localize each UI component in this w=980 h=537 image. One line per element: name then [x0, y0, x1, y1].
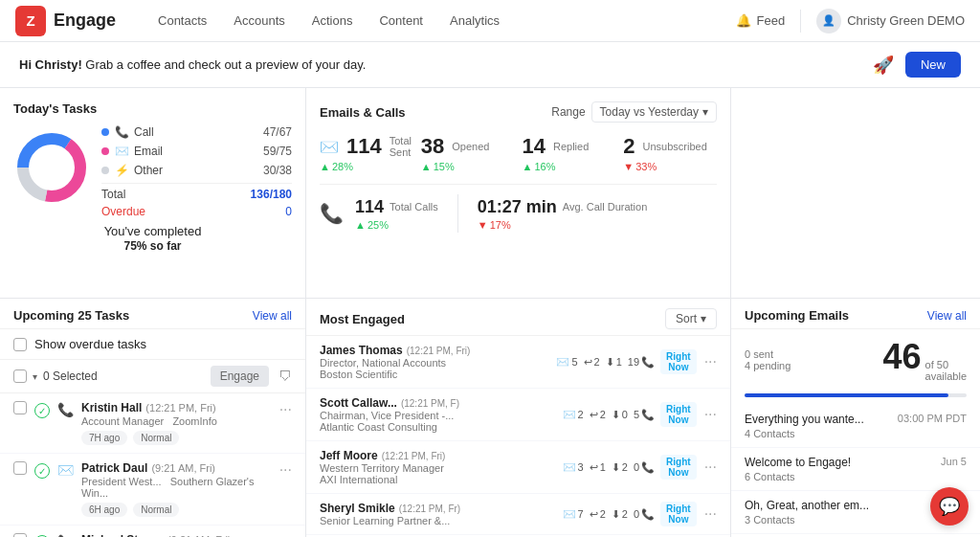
call-count: 47/67 [263, 125, 292, 139]
stat-replied: 14 Replied ▲ 16% [523, 134, 616, 172]
calls-total-num: 114 [355, 197, 384, 217]
total-label: Total [101, 188, 245, 201]
sort-button[interactable]: Sort ▾ [665, 308, 717, 329]
nav-analytics[interactable]: Analytics [438, 8, 511, 34]
email-count: 59/75 [263, 145, 292, 158]
tasks-list: 📞 Call 47/67 ✉️ Email 59/75 ⚡ Other 30/3… [101, 125, 292, 218]
engaged-more-2[interactable]: ··· [704, 406, 717, 423]
logo[interactable]: Z Engage [15, 6, 116, 36]
ue-header: Upcoming Emails View all [731, 299, 980, 329]
task-phone-icon-1: 📞 [57, 402, 74, 417]
nav-contacts[interactable]: Contacts [146, 8, 218, 34]
tasks-content: 📞 Call 47/67 ✉️ Email 59/75 ⚡ Other 30/3… [13, 125, 292, 218]
new-button[interactable]: New [905, 52, 961, 78]
emails-replied-chip-4: ↩ 2 [590, 508, 606, 521]
phone-stat-icon: 📞 [320, 202, 344, 225]
feed-button[interactable]: 🔔 Feed [736, 13, 786, 28]
emails-sent-chip-2: ✉️ 2 [563, 409, 584, 421]
tag-time-1: 7H ago [81, 431, 127, 445]
ue-sent-label: 0 sent [745, 348, 791, 360]
chat-fab-button[interactable]: 💬 [930, 487, 969, 526]
unsub-label: Unsubscribed [643, 141, 707, 152]
engage-button[interactable]: Engage [211, 366, 269, 387]
duration-stat: 01:27 min Avg. Call Duration ▼ 17% [478, 197, 648, 231]
engaged-name-3: Jeff Moore (12:21 PM, Fri) [320, 449, 555, 462]
sent-label: Total Sent [390, 135, 413, 158]
item-checkbox-2[interactable] [13, 461, 27, 475]
task-item-tags-1: 7H ago Normal [81, 431, 272, 445]
email-metric-icon-3: ✉️ [563, 461, 576, 474]
item-check-icon-1: ✓ [34, 403, 50, 418]
engaged-more-1[interactable]: ··· [704, 353, 717, 370]
range-label: Range [551, 105, 585, 119]
opened-label: Opened [452, 141, 489, 152]
engaged-more-3[interactable]: ··· [704, 459, 717, 476]
task-item-more-2[interactable]: ··· [279, 461, 292, 479]
engaged-more-4[interactable]: ··· [704, 505, 717, 523]
item-checkbox-1[interactable] [13, 401, 27, 414]
task-item-body-2: Patrick Daul (9:21 AM, Fri) President We… [81, 461, 272, 517]
welcome-actions: 🚀 New [873, 52, 961, 78]
select-all-checkbox[interactable] [13, 369, 27, 383]
right-now-badge-3: RightNow [660, 455, 697, 480]
engaged-name-2: Scott Callaw... (12:21 PM, F) [320, 396, 555, 410]
task-total-row: Total 136/180 [101, 183, 292, 201]
email-label: Email [134, 145, 257, 158]
nav-actions[interactable]: Actions [301, 8, 365, 34]
ue-viewall[interactable]: View all [927, 309, 967, 323]
engaged-role-4: Senior Learning Partner &... [320, 515, 555, 526]
task-row-other: ⚡ Other 30/38 [101, 164, 292, 177]
item-checkbox-3[interactable] [13, 533, 27, 537]
engaged-metrics-2: ✉️ 2 ↩ 2 ⬇ 0 5 📞 RightNow [563, 402, 697, 427]
user-menu-button[interactable]: 👤 Christy Green DEMO [816, 9, 965, 34]
select-chevron-icon[interactable]: ▾ [33, 371, 37, 382]
range-value: Today vs Yesterday [600, 105, 699, 119]
task-item-more-3[interactable]: ··· [279, 533, 292, 537]
rocket-button[interactable]: 🚀 [873, 55, 894, 76]
emails-sent-chip-1: ✉️ 5 [556, 356, 577, 369]
engaged-company-3: AXI International [320, 474, 555, 485]
right-now-badge-1: RightNow [660, 349, 697, 374]
welcome-message: Hi Christy! Grab a coffee and check out … [19, 57, 366, 72]
header: Z Engage Contacts Accounts Actions Conte… [0, 0, 980, 42]
show-overdue-label: Show overdue tasks [34, 337, 146, 351]
show-overdue-checkbox[interactable] [13, 338, 27, 351]
phone-metric-icon-2: 📞 [641, 409, 655, 421]
nav-accounts[interactable]: Accounts [222, 8, 296, 34]
nav-content[interactable]: Content [368, 8, 434, 34]
task-item-sub-1: Account Manager ZoomInfo [81, 415, 272, 427]
task-item-more-1[interactable]: ··· [279, 401, 292, 418]
download-metric-icon: ⬇ [606, 356, 614, 369]
emails-replied-chip-2: ↩ 2 [590, 409, 606, 421]
unsub-change: ▼ 33% [623, 161, 717, 172]
emails-sent-chip-3: ✉️ 3 [563, 461, 584, 474]
ue-sent-pending: 0 sent 4 pending [745, 348, 791, 371]
engaged-item: James Thomas (12:21 PM, Fri) Director, N… [306, 336, 730, 389]
most-engaged-panel: Most Engaged Sort ▾ James Thomas (12:21 … [306, 299, 731, 537]
ue-item-contacts-3: 3 Contacts [745, 514, 933, 526]
right-now-badge-2: RightNow [660, 402, 697, 427]
calls-chip-1: ⬇ 1 [606, 356, 622, 369]
tasks-title: Today's Tasks [13, 101, 292, 116]
other-dot [101, 167, 109, 174]
call-label: Call [134, 125, 257, 139]
stat-unsub: 2 Unsubscribed ▼ 33% [623, 134, 717, 172]
welcome-text: Grab a coffee and check out a preview of… [85, 57, 366, 72]
ue-progress-bar-wrap [745, 393, 967, 397]
stat-opened: 38 Opened ▲ 15% [421, 134, 515, 172]
engaged-item: Jeff Moore (12:21 PM, Fri) Western Terri… [306, 441, 730, 494]
overdue-label: Overdue [101, 205, 279, 218]
tag-priority-2: Normal [133, 503, 179, 517]
filter-icon[interactable]: ⛉ [278, 369, 292, 384]
reply-metric-icon: ↩ [584, 356, 592, 369]
engaged-info-3: Jeff Moore (12:21 PM, Fri) Western Terri… [320, 449, 555, 485]
opened-change: ▲ 15% [421, 161, 515, 172]
range-select[interactable]: Today vs Yesterday ▾ [591, 101, 717, 123]
task-item-body-3: Michael Stacey (9:21 AM, Fri) [81, 533, 272, 537]
engaged-header: Most Engaged Sort ▾ [306, 299, 730, 336]
task-item: ✓ ✉️ Patrick Daul (9:21 AM, Fri) Preside… [0, 454, 305, 526]
item-check-icon-2: ✓ [34, 463, 50, 479]
task-row-email: ✉️ Email 59/75 [101, 145, 292, 158]
tasks-view-all[interactable]: View all [253, 309, 292, 323]
calls-change: ▲ 25% [355, 219, 438, 231]
